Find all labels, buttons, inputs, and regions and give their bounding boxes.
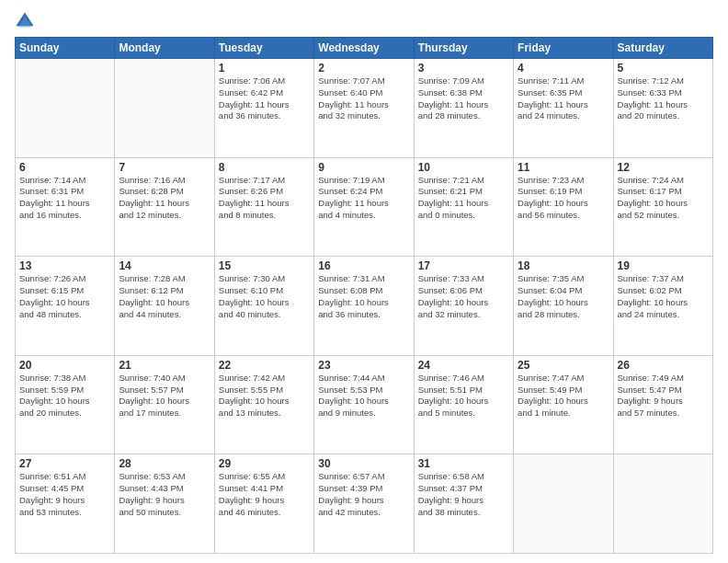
day-number: 15 bbox=[219, 259, 310, 272]
day-number: 1 bbox=[219, 62, 310, 75]
day-number: 6 bbox=[19, 161, 110, 174]
calendar-cell: 30Sunrise: 6:57 AM Sunset: 4:39 PM Dayli… bbox=[314, 454, 414, 554]
calendar-cell: 12Sunrise: 7:24 AM Sunset: 6:17 PM Dayli… bbox=[613, 157, 712, 257]
calendar-cell: 7Sunrise: 7:16 AM Sunset: 6:28 PM Daylig… bbox=[115, 157, 214, 257]
calendar-cell bbox=[514, 454, 613, 554]
calendar-cell: 22Sunrise: 7:42 AM Sunset: 5:55 PM Dayli… bbox=[214, 355, 313, 454]
calendar-cell: 6Sunrise: 7:14 AM Sunset: 6:31 PM Daylig… bbox=[16, 157, 115, 257]
day-number: 13 bbox=[19, 259, 110, 272]
calendar-cell bbox=[16, 59, 115, 158]
day-number: 14 bbox=[119, 259, 210, 272]
day-number: 5 bbox=[618, 62, 709, 75]
day-number: 27 bbox=[19, 457, 110, 470]
day-number: 9 bbox=[318, 161, 409, 174]
day-info: Sunrise: 7:07 AM Sunset: 6:40 PM Dayligh… bbox=[318, 75, 409, 122]
weekday-header: Saturday bbox=[613, 38, 712, 59]
weekday-header: Wednesday bbox=[314, 38, 414, 59]
day-number: 26 bbox=[618, 359, 709, 372]
day-info: Sunrise: 7:35 AM Sunset: 6:04 PM Dayligh… bbox=[518, 273, 609, 320]
calendar-week-row: 6Sunrise: 7:14 AM Sunset: 6:31 PM Daylig… bbox=[16, 157, 713, 257]
calendar-cell: 28Sunrise: 6:53 AM Sunset: 4:43 PM Dayli… bbox=[115, 454, 214, 554]
day-info: Sunrise: 6:51 AM Sunset: 4:45 PM Dayligh… bbox=[19, 471, 110, 518]
day-number: 25 bbox=[518, 359, 609, 372]
day-info: Sunrise: 7:16 AM Sunset: 6:28 PM Dayligh… bbox=[119, 175, 210, 222]
day-info: Sunrise: 7:28 AM Sunset: 6:12 PM Dayligh… bbox=[119, 273, 210, 320]
day-number: 7 bbox=[119, 161, 210, 174]
calendar-cell: 26Sunrise: 7:49 AM Sunset: 5:47 PM Dayli… bbox=[613, 355, 712, 454]
weekday-header: Monday bbox=[115, 38, 214, 59]
logo-icon bbox=[15, 11, 35, 31]
page: SundayMondayTuesdayWednesdayThursdayFrid… bbox=[0, 0, 728, 563]
day-info: Sunrise: 6:58 AM Sunset: 4:37 PM Dayligh… bbox=[418, 471, 509, 518]
weekday-header: Friday bbox=[514, 38, 613, 59]
day-number: 10 bbox=[418, 161, 509, 174]
day-number: 16 bbox=[318, 259, 409, 272]
day-info: Sunrise: 6:57 AM Sunset: 4:39 PM Dayligh… bbox=[318, 471, 409, 518]
logo bbox=[15, 11, 39, 31]
day-number: 19 bbox=[618, 259, 709, 272]
day-number: 17 bbox=[418, 259, 509, 272]
calendar-cell: 10Sunrise: 7:21 AM Sunset: 6:21 PM Dayli… bbox=[414, 157, 513, 257]
day-info: Sunrise: 7:31 AM Sunset: 6:08 PM Dayligh… bbox=[318, 273, 409, 320]
day-number: 11 bbox=[518, 161, 609, 174]
weekday-header: Tuesday bbox=[214, 38, 313, 59]
day-info: Sunrise: 7:38 AM Sunset: 5:59 PM Dayligh… bbox=[19, 373, 110, 419]
day-info: Sunrise: 7:19 AM Sunset: 6:24 PM Dayligh… bbox=[318, 175, 409, 222]
day-info: Sunrise: 7:17 AM Sunset: 6:26 PM Dayligh… bbox=[219, 175, 310, 222]
day-number: 8 bbox=[219, 161, 310, 174]
day-info: Sunrise: 7:12 AM Sunset: 6:33 PM Dayligh… bbox=[618, 75, 709, 122]
day-info: Sunrise: 6:53 AM Sunset: 4:43 PM Dayligh… bbox=[119, 471, 210, 518]
calendar-cell: 4Sunrise: 7:11 AM Sunset: 6:35 PM Daylig… bbox=[514, 59, 613, 158]
day-number: 2 bbox=[318, 62, 409, 75]
calendar-cell: 13Sunrise: 7:26 AM Sunset: 6:15 PM Dayli… bbox=[16, 257, 115, 356]
header bbox=[15, 11, 713, 31]
calendar-cell: 8Sunrise: 7:17 AM Sunset: 6:26 PM Daylig… bbox=[214, 157, 313, 257]
calendar-cell: 16Sunrise: 7:31 AM Sunset: 6:08 PM Dayli… bbox=[314, 257, 414, 356]
calendar-cell: 5Sunrise: 7:12 AM Sunset: 6:33 PM Daylig… bbox=[613, 59, 712, 158]
calendar-cell: 11Sunrise: 7:23 AM Sunset: 6:19 PM Dayli… bbox=[514, 157, 613, 257]
day-info: Sunrise: 7:09 AM Sunset: 6:38 PM Dayligh… bbox=[418, 75, 509, 122]
day-number: 30 bbox=[318, 457, 409, 470]
calendar-week-row: 13Sunrise: 7:26 AM Sunset: 6:15 PM Dayli… bbox=[16, 257, 713, 356]
day-number: 28 bbox=[119, 457, 210, 470]
calendar-cell: 14Sunrise: 7:28 AM Sunset: 6:12 PM Dayli… bbox=[115, 257, 214, 356]
day-number: 4 bbox=[518, 62, 609, 75]
weekday-header: Thursday bbox=[414, 38, 513, 59]
day-info: Sunrise: 6:55 AM Sunset: 4:41 PM Dayligh… bbox=[219, 471, 310, 518]
calendar-cell bbox=[115, 59, 214, 158]
calendar-week-row: 27Sunrise: 6:51 AM Sunset: 4:45 PM Dayli… bbox=[16, 454, 713, 554]
calendar-cell: 25Sunrise: 7:47 AM Sunset: 5:49 PM Dayli… bbox=[514, 355, 613, 454]
calendar-cell: 24Sunrise: 7:46 AM Sunset: 5:51 PM Dayli… bbox=[414, 355, 513, 454]
day-info: Sunrise: 7:37 AM Sunset: 6:02 PM Dayligh… bbox=[618, 273, 709, 320]
day-info: Sunrise: 7:44 AM Sunset: 5:53 PM Dayligh… bbox=[318, 373, 409, 419]
day-info: Sunrise: 7:33 AM Sunset: 6:06 PM Dayligh… bbox=[418, 273, 509, 320]
day-info: Sunrise: 7:23 AM Sunset: 6:19 PM Dayligh… bbox=[518, 175, 609, 222]
calendar-cell: 19Sunrise: 7:37 AM Sunset: 6:02 PM Dayli… bbox=[613, 257, 712, 356]
calendar-cell: 9Sunrise: 7:19 AM Sunset: 6:24 PM Daylig… bbox=[314, 157, 414, 257]
weekday-header: Sunday bbox=[16, 38, 115, 59]
calendar-cell: 31Sunrise: 6:58 AM Sunset: 4:37 PM Dayli… bbox=[414, 454, 513, 554]
day-info: Sunrise: 7:30 AM Sunset: 6:10 PM Dayligh… bbox=[219, 273, 310, 320]
day-number: 3 bbox=[418, 62, 509, 75]
day-info: Sunrise: 7:14 AM Sunset: 6:31 PM Dayligh… bbox=[19, 175, 110, 222]
day-info: Sunrise: 7:21 AM Sunset: 6:21 PM Dayligh… bbox=[418, 175, 509, 222]
calendar-cell: 3Sunrise: 7:09 AM Sunset: 6:38 PM Daylig… bbox=[414, 59, 513, 158]
day-info: Sunrise: 7:06 AM Sunset: 6:42 PM Dayligh… bbox=[219, 75, 310, 122]
day-info: Sunrise: 7:11 AM Sunset: 6:35 PM Dayligh… bbox=[518, 75, 609, 122]
day-number: 23 bbox=[318, 359, 409, 372]
day-info: Sunrise: 7:49 AM Sunset: 5:47 PM Dayligh… bbox=[618, 373, 709, 419]
day-info: Sunrise: 7:47 AM Sunset: 5:49 PM Dayligh… bbox=[518, 373, 609, 419]
calendar-week-row: 20Sunrise: 7:38 AM Sunset: 5:59 PM Dayli… bbox=[16, 355, 713, 454]
day-info: Sunrise: 7:26 AM Sunset: 6:15 PM Dayligh… bbox=[19, 273, 110, 320]
calendar-cell: 23Sunrise: 7:44 AM Sunset: 5:53 PM Dayli… bbox=[314, 355, 414, 454]
day-info: Sunrise: 7:46 AM Sunset: 5:51 PM Dayligh… bbox=[418, 373, 509, 419]
calendar-cell: 15Sunrise: 7:30 AM Sunset: 6:10 PM Dayli… bbox=[214, 257, 313, 356]
calendar-cell: 18Sunrise: 7:35 AM Sunset: 6:04 PM Dayli… bbox=[514, 257, 613, 356]
calendar-table: SundayMondayTuesdayWednesdayThursdayFrid… bbox=[15, 37, 713, 554]
day-number: 12 bbox=[618, 161, 709, 174]
calendar-cell: 29Sunrise: 6:55 AM Sunset: 4:41 PM Dayli… bbox=[214, 454, 313, 554]
day-number: 24 bbox=[418, 359, 509, 372]
day-number: 21 bbox=[119, 359, 210, 372]
day-number: 22 bbox=[219, 359, 310, 372]
calendar-cell: 21Sunrise: 7:40 AM Sunset: 5:57 PM Dayli… bbox=[115, 355, 214, 454]
